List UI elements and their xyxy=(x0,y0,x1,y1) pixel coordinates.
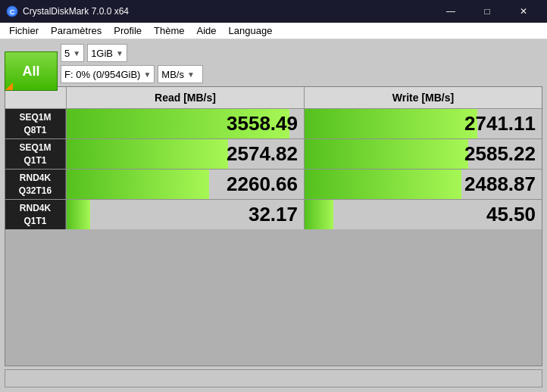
read-cell-3: 32.17 xyxy=(66,200,304,229)
all-button[interactable]: All xyxy=(5,51,58,91)
menu-item-profile[interactable]: Profile xyxy=(108,23,148,39)
read-value-3: 32.17 xyxy=(73,203,298,226)
write-value-1: 2585.22 xyxy=(311,142,536,166)
benchmark-table: Read [MB/s] Write [MB/s] SEQ1M Q8T1 3558… xyxy=(5,86,542,366)
window-controls: — □ ✕ xyxy=(433,0,541,23)
drive-arrow: ▼ xyxy=(143,70,151,79)
write-cell-0: 2741.11 xyxy=(304,109,542,138)
menu-item-paramètres[interactable]: Paramètres xyxy=(45,23,108,39)
read-cell-1: 2574.82 xyxy=(66,139,304,169)
title-bar: C CrystalDiskMark 7.0.0 x64 — □ ✕ xyxy=(0,0,547,23)
minimize-button[interactable]: — xyxy=(433,0,468,23)
write-value-2: 2488.87 xyxy=(311,173,536,196)
read-cell-0: 3558.49 xyxy=(66,109,304,138)
row-label-3: RND4K Q1T1 xyxy=(5,200,66,229)
read-value-2: 2260.66 xyxy=(73,173,298,196)
table-header: Read [MB/s] Write [MB/s] xyxy=(5,87,542,108)
selects-bottom: F: 0% (0/954GiB) ▼ MB/s ▼ xyxy=(61,65,203,83)
read-cell-2: 2260.66 xyxy=(66,170,304,199)
menu-item-language[interactable]: Language xyxy=(223,23,279,39)
read-value-1: 2574.82 xyxy=(73,142,298,166)
header-write: Write [MB/s] xyxy=(304,87,542,108)
menu-item-aide[interactable]: Aide xyxy=(191,23,223,39)
size-arrow: ▼ xyxy=(116,49,123,58)
write-cell-2: 2488.87 xyxy=(304,170,542,199)
status-bar xyxy=(5,369,542,387)
app-icon: C xyxy=(6,5,18,17)
write-cell-3: 45.50 xyxy=(304,200,542,229)
maximize-button[interactable]: □ xyxy=(470,0,505,23)
header-read: Read [MB/s] xyxy=(66,87,304,108)
close-button[interactable]: ✕ xyxy=(506,0,541,23)
main-content: All 5 ▼ 1GiB ▼ F: 0% (0/954GiB) ▼ MB/s xyxy=(0,39,547,392)
bench-rows-container: SEQ1M Q8T1 3558.49 2741.11 SEQ1M Q1T1 25… xyxy=(5,108,542,229)
units-arrow: ▼ xyxy=(187,70,195,79)
runs-value: 5 xyxy=(64,48,70,59)
controls-wrapper: All 5 ▼ 1GiB ▼ F: 0% (0/954GiB) ▼ MB/s xyxy=(5,44,542,83)
menu-bar: FichierParamètresProfileThèmeAideLanguag… xyxy=(0,23,547,39)
units-value: MB/s xyxy=(161,69,184,80)
drive-select[interactable]: F: 0% (0/954GiB) ▼ xyxy=(61,65,155,83)
menu-item-fichier[interactable]: Fichier xyxy=(3,23,45,39)
row-label-2: RND4K Q32T16 xyxy=(5,170,66,199)
row-label-1: SEQ1M Q1T1 xyxy=(5,139,66,169)
svg-text:C: C xyxy=(10,8,15,16)
units-select[interactable]: MB/s ▼ xyxy=(158,65,203,83)
table-row: SEQ1M Q8T1 3558.49 2741.11 xyxy=(5,108,542,138)
write-cell-1: 2585.22 xyxy=(304,139,542,169)
selects-top: 5 ▼ 1GiB ▼ xyxy=(61,44,203,62)
row-label-0: SEQ1M Q8T1 xyxy=(5,109,66,138)
drive-value: F: 0% (0/954GiB) xyxy=(64,69,140,80)
write-value-0: 2741.11 xyxy=(311,112,536,135)
read-value-0: 3558.49 xyxy=(73,112,298,135)
window-title: CrystalDiskMark 7.0.0 x64 xyxy=(23,6,433,17)
size-value: 1GiB xyxy=(91,48,113,59)
table-row: RND4K Q1T1 32.17 45.50 xyxy=(5,199,542,229)
runs-select[interactable]: 5 ▼ xyxy=(61,44,84,62)
write-value-3: 45.50 xyxy=(311,203,536,226)
menu-item-thème[interactable]: Thème xyxy=(148,23,190,39)
controls-selects: 5 ▼ 1GiB ▼ F: 0% (0/954GiB) ▼ MB/s ▼ xyxy=(61,44,203,83)
size-select[interactable]: 1GiB ▼ xyxy=(87,44,127,62)
table-row: SEQ1M Q1T1 2574.82 2585.22 xyxy=(5,138,542,169)
table-row: RND4K Q32T16 2260.66 2488.87 xyxy=(5,169,542,199)
runs-arrow: ▼ xyxy=(73,49,80,58)
